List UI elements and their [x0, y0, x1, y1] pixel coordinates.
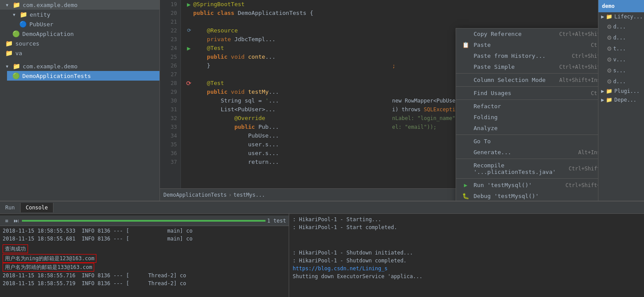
ctx-divider-6 [456, 178, 598, 179]
console-toolbar: ≡ ⏭ 1 test [0, 216, 289, 226]
code-line-19: ▶ @SpringBootTest [184, 0, 390, 9]
bottom-panel: Run Console ≡ ⏭ 1 test 2018-11-15 18:58:… [0, 201, 644, 297]
code-line-21 [184, 18, 390, 26]
sidebar-item-demoapplication[interactable]: 🟢 DemoApplication [7, 29, 159, 39]
bookmark-gutter-22[interactable]: ⟳ [184, 26, 193, 35]
editor-area: 1920212223 2425262728 2930313233 3435363… [160, 0, 598, 201]
right-tree-item-2[interactable]: ⚙ d... [598, 32, 644, 43]
ctx-recompile[interactable]: Recompile '...plicationTests.java' Ctrl+… [456, 160, 598, 177]
ctx-label: Run 'testMysql()' [474, 182, 562, 188]
console-log: 2018-11-15 18:58:55.533 INFO 8136 --- [ … [0, 226, 289, 295]
ctx-run[interactable]: ▶ Run 'testMysql()' Ctrl+Shift+F10 [456, 180, 598, 191]
ctx-copy-reference[interactable]: Copy Reference Ctrl+Alt+Shift+C [456, 28, 598, 39]
ctx-paste-simple[interactable]: Paste Simple Ctrl+Alt+Shift+V [456, 61, 598, 72]
sidebar-item-entity[interactable]: ▾ 📁 entity [7, 10, 159, 19]
right-tree-lifecycle[interactable]: ▶ 📁 Lifecy... [598, 12, 644, 21]
ctx-paste-history[interactable]: Paste from History... Ctrl+Shift+V [456, 50, 598, 61]
breadcrumb-part1[interactable]: DemoApplicationTests [163, 192, 227, 198]
right-tree-item-6[interactable]: ⚙ d... [598, 76, 644, 87]
breadcrumb-part2[interactable]: testMys... [234, 192, 265, 198]
breadcrumb-sep: › [229, 192, 232, 198]
test-count: 1 test [267, 218, 286, 224]
sidebar-item-label: sources [15, 40, 156, 47]
gear-icon: ⚙ [607, 55, 612, 64]
code-line-33: public Pub... [184, 123, 390, 131]
right-tree-item-5[interactable]: ⚙ s... [598, 65, 644, 76]
gear-icon: ⚙ [607, 77, 612, 85]
right-log-4: : HikariPool-1 - Shutdown completed. [293, 257, 640, 265]
user-result-1: 用户名为ning的邮箱是123@163.com [3, 254, 96, 263]
sidebar-item-va[interactable]: 📁 va [0, 48, 159, 58]
ctx-analyze[interactable]: Analyze ▶ [456, 123, 598, 134]
right-tree-item-3[interactable]: ⚙ t... [598, 43, 644, 54]
run-gutter-19[interactable]: ▶ [184, 0, 193, 9]
debug-icon: 🐛 [461, 193, 470, 199]
right-item-label: Lifecy... [614, 14, 643, 20]
log-line-7: 2018-11-15 18:58:55.719 INFO 8136 --- [ … [3, 279, 286, 287]
paste-icon: 📋 [461, 42, 470, 48]
ctx-divider-1 [456, 73, 598, 74]
right-tree-plugins[interactable]: ▶ 📁 Plugi... [598, 87, 644, 95]
tab-run-label: Run [5, 205, 15, 211]
run-icon: ▶ [461, 182, 470, 188]
right-tree-item-1[interactable]: ⚙ d... [598, 21, 644, 32]
folder-icon: 📁 [5, 40, 13, 47]
ctx-refactor[interactable]: Refactor ▶ [456, 101, 598, 112]
sidebar-item-pubuser[interactable]: 🔵 PubUser [14, 19, 159, 29]
ctx-divider-5 [456, 159, 598, 159]
error-gutter-28[interactable]: ⟳ [184, 79, 193, 88]
ctx-label: Go To [474, 138, 598, 145]
ctx-label: Analyze [474, 125, 598, 131]
ctx-folding[interactable]: Folding ▶ [456, 112, 598, 123]
sidebar-item-sources[interactable]: 📁 sources [0, 39, 159, 48]
ctx-paste[interactable]: 📋 Paste Ctrl+V [456, 39, 598, 50]
right-panel-header: demo [598, 0, 644, 12]
log-line-1: 2018-11-15 18:58:55.533 INFO 8136 --- [ … [3, 227, 286, 235]
right-log-6: Shutting down ExecutorService 'applica..… [293, 272, 640, 280]
ctx-find-usages[interactable]: Find Usages Ctrl+G [456, 88, 598, 99]
code-line-25: public void conte... [184, 53, 390, 61]
code-line-23: private JdbcTempl... [184, 35, 390, 44]
log-line-5: 用户名为郭靖的邮箱是133@163.com [3, 263, 286, 272]
right-panel: demo ▶ 📁 Lifecy... ⚙ d... ⚙ d... ⚙ t... … [598, 0, 644, 201]
success-box: 查询成功 [3, 244, 28, 253]
spring-icon: 🟢 [12, 30, 20, 37]
ctx-divider-4 [456, 134, 598, 135]
sidebar-item-com-example-demo-1[interactable]: ▾ 📁 com.example.demo [0, 0, 159, 10]
ctx-label: Column Selection Mode [474, 77, 556, 83]
code-line-29: public void testMy... [184, 88, 390, 96]
sidebar-item-com-example-demo-2[interactable]: ▾ 📁 com.example.demo [0, 61, 159, 71]
code-line-32: @Override [184, 114, 390, 123]
ctx-label: Refactor [474, 103, 598, 110]
line-numbers: 1920212223 2425262728 2930313233 3435363… [160, 0, 181, 188]
folder-expand-icon: ▶ [601, 97, 604, 103]
toolbar-btn-1[interactable]: ≡ [3, 217, 11, 225]
right-tree-dependencies[interactable]: ▶ 📁 Depe... [598, 95, 644, 104]
gear-icon: ⚙ [607, 44, 612, 53]
tab-run[interactable]: Run [0, 203, 21, 212]
folder-expand-icon: ▶ [601, 88, 604, 94]
sidebar-item-demoapplicationtests[interactable]: 🟢 DemoApplicationTests [7, 71, 159, 81]
code-line-27 [184, 70, 390, 79]
folder-icon: 📁 [606, 88, 612, 94]
folder-icon: ▾ 📁 [5, 63, 20, 70]
ctx-generate[interactable]: Generate... Alt+Insert [456, 147, 598, 158]
ctx-goto[interactable]: Go To ▶ [456, 136, 598, 147]
ctx-shortcut: Ctrl+Alt+Shift+C [559, 31, 598, 37]
folder-expand-icon: ▶ [601, 14, 604, 20]
run-gutter-24[interactable]: ▶ [184, 44, 193, 53]
sidebar-item-label: va [15, 50, 156, 57]
code-line-30: String sql = '... [184, 96, 390, 105]
ctx-column-selection[interactable]: Column Selection Mode Alt+Shift+Insert [456, 74, 598, 85]
toolbar-btn-2[interactable]: ⏭ [12, 217, 20, 225]
right-tree-item-4[interactable]: ⚙ v... [598, 54, 644, 65]
code-line-34: PubUse... [184, 131, 390, 140]
code-line-26: } [184, 61, 390, 70]
gear-icon: ⚙ [607, 22, 612, 31]
tab-console[interactable]: Console [21, 203, 54, 212]
ctx-debug[interactable]: 🐛 Debug 'testMysql()' [456, 191, 598, 201]
ctx-shortcut: Ctrl+V [591, 42, 598, 48]
sidebar-item-label: com.example.demo [23, 63, 156, 70]
sidebar-item-label: DemoApplication [22, 31, 156, 37]
gear-icon: ⚙ [607, 33, 612, 42]
